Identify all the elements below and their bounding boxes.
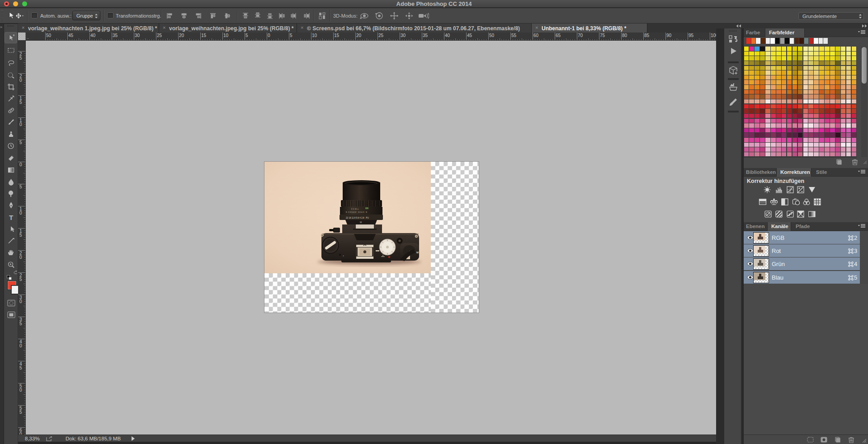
svg-text:22 16 11 8 5.6 4 2.8 PU: 22 16 11 8 5.6 4 2.8 PU: [346, 217, 369, 219]
svg-text:M: M: [416, 251, 419, 254]
svg-text:3 5 10 ∞: 3 5 10 ∞: [351, 208, 359, 210]
svg-text:N 8 8 5.6 2.8 15 5.6 8: N 8 8 5.6 2.8 15 5.6 8 N: [346, 211, 367, 213]
svg-text:M: M: [360, 221, 362, 224]
svg-text:T: T: [9, 214, 13, 221]
svg-text:+: +: [343, 254, 344, 257]
